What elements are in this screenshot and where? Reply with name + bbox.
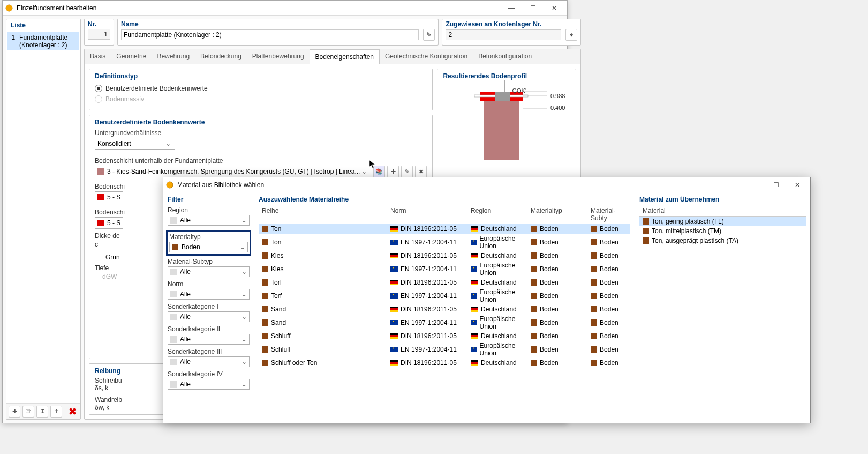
new-layer-button[interactable]: ✚ xyxy=(387,166,399,177)
swatch-icon xyxy=(170,336,177,343)
filter-sk1-combo[interactable]: Alle ⌄ xyxy=(168,311,250,322)
definition-type-group: Definitionstyp Benutzerdefinierte Bodenk… xyxy=(89,69,433,110)
swatch-icon xyxy=(170,291,177,297)
layer-side-combo-1[interactable]: 5 - S xyxy=(95,191,123,203)
library-button[interactable]: 📚 xyxy=(373,166,385,177)
tab-betonkonfiguration[interactable]: Betonkonfiguration xyxy=(473,49,537,64)
color-swatch xyxy=(97,168,104,175)
tab-betondeckung[interactable]: Betondeckung xyxy=(195,49,247,64)
filter-materialtype-label: Materialtyp xyxy=(169,233,248,241)
tab-bewehrung[interactable]: Bewehrung xyxy=(152,49,195,64)
tab-plattenbewehrung[interactable]: Plattenbewehrung xyxy=(247,49,310,64)
pick-node-button[interactable]: ⌖ xyxy=(565,29,577,41)
series-header: Auszuwählende Materialreihe xyxy=(259,196,630,203)
take-material-row[interactable]: Ton, gering plastisch (TL) xyxy=(639,217,806,226)
layer-below-label: Bodenschicht unterhalb der Fundamentplat… xyxy=(95,157,427,165)
radio-custom-soil[interactable]: Benutzerdefinierte Bodenkennwerte xyxy=(95,83,427,94)
name-input[interactable] xyxy=(121,29,419,40)
col-region[interactable]: Region xyxy=(467,205,527,224)
edit-layer-button[interactable]: ✎ xyxy=(401,166,413,177)
radio-soil-massif[interactable]: Bodenmassiv xyxy=(95,94,427,105)
modal-close-button[interactable]: ✕ xyxy=(787,178,808,191)
swatch-icon xyxy=(170,359,177,365)
filter-sk2-combo[interactable]: Alle ⌄ xyxy=(168,334,250,345)
filter-subtype-combo[interactable]: Alle ⌄ xyxy=(168,266,250,277)
material-row[interactable]: SandDIN 18196:2011-05DeutschlandBodenBod… xyxy=(259,304,630,314)
material-row[interactable]: TonDIN 18196:2011-05DeutschlandBodenBode… xyxy=(259,224,630,234)
chevron-down-icon: ⌄ xyxy=(241,268,247,276)
gok-label: GOK' xyxy=(512,87,526,94)
new-item-button[interactable]: ✚ xyxy=(9,406,20,418)
material-row[interactable]: TorfEN 1997-1:2004-11Europäische UnionBo… xyxy=(259,287,630,304)
material-row[interactable]: TonEN 1997-1:2004-11Europäische UnionBod… xyxy=(259,234,630,251)
edit-name-button[interactable]: ✎ xyxy=(423,29,435,41)
sort-desc-button[interactable]: ↥ xyxy=(50,406,62,418)
maximize-button[interactable]: ☐ xyxy=(522,2,544,14)
filter-materialtype-combo[interactable]: Boden ⌄ xyxy=(169,242,248,252)
nr-input[interactable] xyxy=(88,29,110,40)
material-row[interactable]: TorfDIN 18196:2011-05DeutschlandBodenBod… xyxy=(259,278,630,287)
tab-geotechnische-konfiguration[interactable]: Geotechnische Konfiguration xyxy=(380,49,473,64)
layer-side-combo-2[interactable]: 5 - S xyxy=(95,217,123,229)
take-material-row[interactable]: Ton, mittelplastisch (TM) xyxy=(639,226,806,236)
list-item-label: Fundamentplatte (Knotenlager : 2) xyxy=(19,34,76,49)
chevron-down-icon: ⌄ xyxy=(241,336,247,343)
col-msub[interactable]: Material-Subty xyxy=(587,205,630,224)
take-column-header[interactable]: Material xyxy=(639,205,806,217)
radio-label: Benutzerdefinierte Bodenkennwerte xyxy=(105,85,208,92)
svg-point-0 xyxy=(6,5,12,11)
filter-norm-combo[interactable]: Alle ⌄ xyxy=(168,289,250,300)
chevron-down-icon: ⌄ xyxy=(360,168,368,175)
checkbox-icon[interactable] xyxy=(95,254,102,261)
filter-sk1-label: Sonderkategorie I xyxy=(168,303,250,310)
subsoil-conditions-label: Untergrundverhältnisse xyxy=(95,129,427,137)
tab-basis[interactable]: Basis xyxy=(85,49,111,64)
filter-sk3-combo[interactable]: Alle ⌄ xyxy=(168,356,250,367)
tab-geometrie[interactable]: Geometrie xyxy=(111,49,152,64)
subsoil-conditions-combo[interactable]: Konsolidiert ⌄ xyxy=(95,138,175,150)
color-swatch xyxy=(97,194,104,200)
take-header: Material zum Übernehmen xyxy=(639,196,806,203)
radio-icon xyxy=(95,95,102,103)
filter-sk4-combo[interactable]: Alle ⌄ xyxy=(168,379,250,390)
filter-pane: Filter Region Alle ⌄ Materialtyp Boden ⌄ xyxy=(163,192,254,423)
take-material-row[interactable]: Ton, ausgeprägt plastisch (TA) xyxy=(639,236,806,245)
assign-field: Zugewiesen an Knotenlager Nr. ⌖ xyxy=(442,19,581,46)
col-reihe[interactable]: Reihe xyxy=(259,205,387,224)
material-row[interactable]: SchluffDIN 18196:2011-05DeutschlandBoden… xyxy=(259,331,630,341)
filter-sk4-label: Sonderkategorie IV xyxy=(168,370,250,378)
material-row[interactable]: SchluffEN 1997-1:2004-11Europäische Unio… xyxy=(259,341,630,358)
col-norm[interactable]: Norm xyxy=(387,205,467,224)
modal-maximize-button[interactable]: ☐ xyxy=(765,178,787,191)
material-row[interactable]: SandEN 1997-1:2004-11Europäische UnionBo… xyxy=(259,314,630,331)
dimension-1: 0.988 xyxy=(550,93,565,99)
filter-region-combo[interactable]: Alle ⌄ xyxy=(168,215,250,226)
profile-header: Resultierendes Bodenprofil xyxy=(443,72,570,80)
swatch-icon xyxy=(170,314,177,320)
close-button[interactable]: ✕ xyxy=(544,2,565,14)
tab-bodeneigenschaften[interactable]: Bodeneigenschaften xyxy=(310,49,380,64)
material-row[interactable]: KiesDIN 18196:2011-05DeutschlandBodenBod… xyxy=(259,251,630,261)
list-item[interactable]: 1 Fundamentplatte (Knotenlager : 2) xyxy=(7,32,79,50)
swatch-icon xyxy=(170,269,177,275)
layer-below-combo[interactable]: 3 - Kies-Sand-Feinkorngemisch, Sprengung… xyxy=(95,166,371,177)
tab-strip: BasisGeometrieBewehrungBetondeckungPlatt… xyxy=(85,49,580,64)
window-title: Einzelfundament bearbeiten xyxy=(17,4,501,12)
material-series-pane: Auszuwählende Materialreihe Reihe Norm R… xyxy=(254,192,635,423)
dialog-icon xyxy=(165,181,174,189)
material-row[interactable]: KiesEN 1997-1:2004-11Europäische UnionBo… xyxy=(259,261,630,278)
col-mtyp[interactable]: Materialtyp xyxy=(527,205,587,224)
swatch-icon xyxy=(170,217,177,224)
filter-region-label: Region xyxy=(168,206,250,214)
list-item-number: 1 xyxy=(11,34,15,49)
chevron-down-icon: ⌄ xyxy=(164,140,172,147)
minimize-button[interactable]: — xyxy=(501,2,522,14)
name-field: Name ✎ xyxy=(117,19,439,46)
material-row[interactable]: Schluff oder TonDIN 18196:2011-05Deutsch… xyxy=(259,358,630,368)
copy-item-button[interactable]: ⿻ xyxy=(22,406,34,418)
assign-input[interactable] xyxy=(446,29,561,40)
remove-layer-button[interactable]: ✖ xyxy=(415,166,427,177)
sort-asc-button[interactable]: ↧ xyxy=(36,406,48,418)
modal-minimize-button[interactable]: — xyxy=(744,178,765,191)
delete-item-button[interactable]: ✖ xyxy=(66,406,78,418)
